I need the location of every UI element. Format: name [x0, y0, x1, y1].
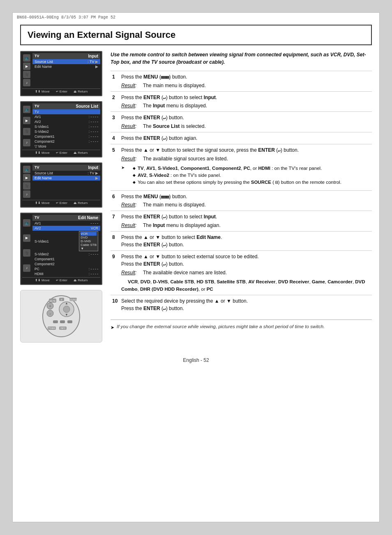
opt-dvhs: D-VHS — [81, 239, 97, 243]
step-4-row: 4 Press the ENTER (↵) button agian. — [111, 132, 372, 144]
tv-icon-2-3: 🎥 — [23, 128, 30, 135]
step-5-content: Press the ▲ or ▼ button to select the si… — [120, 144, 372, 191]
screen1-title: Input — [88, 54, 98, 58]
edit-dropdown: VCR DVD D-VHS Cable STB ▼ — [79, 231, 98, 251]
left-column: 📺 ▶ 🎥 ♪ TV Input Source List : TV ▶ — [20, 51, 102, 343]
step-7-result: Result: The Input menu is displayed agia… — [121, 222, 370, 229]
step-3-content: Press the ENTER (↵) button. Result: The … — [120, 112, 372, 132]
svg-rect-20 — [60, 320, 65, 323]
src-tv: TV — [32, 109, 100, 114]
en-av1: AV1- - - - — [32, 221, 100, 226]
tv-main-3: TV Input Source List : TV ▶ Edit Name ▶ — [32, 164, 100, 199]
step-8-content: Press the ▲ or ▼ button to select Edit N… — [120, 231, 372, 251]
print-header: BN68-00951A-00Eng 8/3/05 3:07 PM Page 52 — [13, 13, 379, 21]
tv-icons-4: 📺 ▶ 🎥 ♪ — [22, 215, 31, 276]
step-9-result: Result: The available device names are l… — [121, 269, 370, 276]
src-av2: AV2: - - - - — [32, 119, 100, 124]
note-text: If you change the external source while … — [117, 323, 325, 330]
opt-cable: Cable STB — [81, 243, 97, 247]
step-10-num: 10 — [111, 295, 120, 315]
step-4-num: 4 — [111, 132, 120, 144]
en-hdmi: HDMI: - - - - — [32, 271, 100, 276]
tv-icon-3-2: ▶ — [23, 174, 30, 181]
en-comp2: Component2 — [32, 262, 100, 266]
tv-sidebar-2: 📺 ▶ 🎥 ♪ TV Source List TV — [22, 103, 100, 149]
tv-sidebar-4: 📺 ▶ 🎥 ♪ TV Edit Name — [22, 215, 100, 276]
step-3-result: Result: The Source List is selected. — [121, 123, 370, 130]
tv-main-1: TV Input Source List : TV ▶ Edit Name ▶ — [32, 53, 100, 88]
tv-icon-2-4: ♪ — [23, 139, 30, 146]
tv-sidebar-1: 📺 ▶ 🎥 ♪ TV Input Source List : TV ▶ — [22, 53, 100, 88]
svg-text:▲: ▲ — [65, 301, 68, 305]
src-svid1: S-Video1: - - - - — [32, 124, 100, 129]
tv-icon-antenna: 📺 — [23, 54, 30, 62]
tv-header-4: TV Edit Name — [32, 215, 100, 221]
step-5-result: Result: The available signal sources are… — [121, 155, 370, 162]
content-area: 📺 ▶ 🎥 ♪ TV Input Source List : TV ▶ — [13, 51, 379, 343]
tv-icon-3-3: 🎥 — [23, 182, 30, 190]
bullet-3: You can also set these options simply by… — [134, 179, 341, 186]
step-6-row: 6 Press the MENU (▦▦▦) button. Result: T… — [111, 190, 372, 211]
step-8-row: 8 Press the ▲ or ▼ button to select Edit… — [111, 231, 372, 251]
svg-point-8 — [63, 306, 70, 313]
screen1-row-2: Edit Name ▶ — [32, 64, 100, 69]
note-arrow-icon — [111, 323, 114, 331]
en-comp1: Component1 — [32, 257, 100, 262]
device-list: VCR, DVD, D-VHS, Cable STB, HD STB, Sate… — [121, 278, 370, 293]
svg-text:INFO: INFO — [60, 327, 65, 329]
tv-icon-4-4: ♪ — [23, 264, 30, 272]
tv-icon-cam: 🎥 — [23, 71, 30, 78]
step-6-result: Result: The main menu is displayed. — [121, 201, 370, 208]
step-7-row: 7 Press the ENTER (↵) button to select I… — [111, 211, 372, 232]
screen3-title: Input — [88, 165, 98, 170]
steps-table: 1 Press the MENU (▦▦▦) button. Result: T… — [111, 71, 372, 315]
tv-label-1: TV — [35, 54, 39, 58]
step-10-row: 10 Select the required device by pressin… — [111, 295, 372, 315]
src-comp2: Component2: - - - - — [32, 139, 100, 144]
tv-icon-4-2: ▶ — [23, 234, 30, 242]
bullet-2: AV2, S-Video2 : on the TV's side panel. — [134, 172, 341, 179]
step-5-sub: TV, AV1, S-Video1, Component1, Component… — [121, 164, 370, 187]
step-9-content: Press the ▲ or ▼ button to select extern… — [120, 251, 372, 295]
en-pc: PC: - - - - — [32, 266, 100, 271]
step-1-result: Result: The main menu is displayed. — [121, 82, 370, 89]
tv-icon-3-1: 📺 — [23, 166, 30, 173]
tv-icon-dvd: ▶ — [23, 63, 30, 70]
screen3-row-2: Edit Name ▶ — [32, 176, 100, 181]
screen1-row-1: Source List : TV ▶ — [32, 59, 100, 64]
tv-screen-4: 📺 ▶ 🎥 ♪ TV Edit Name — [20, 213, 102, 285]
tv-label-2: TV — [35, 104, 39, 109]
step-9-num: 9 — [111, 251, 120, 295]
step-5-num: 5 — [111, 144, 120, 191]
svg-text:▼: ▼ — [65, 313, 68, 317]
tv-icon-2-1: 📺 — [23, 106, 30, 113]
svg-rect-19 — [53, 320, 58, 323]
screen4-title: Edit Name — [78, 215, 98, 220]
step-7-content: Press the ENTER (↵) button to select Inp… — [120, 211, 372, 232]
svg-text:+: + — [49, 305, 51, 308]
tv-icon-3-4: ♪ — [23, 190, 30, 198]
opt-vcr: VCR — [81, 232, 97, 236]
tv-footer-3: ⬆⬇ Move ↵ Enter ⏏ Return — [22, 200, 100, 206]
tv-label-3: TV — [35, 165, 39, 170]
src-more: ▽ More — [32, 144, 100, 149]
edit-name-list: AV1- - - - AV2VCR S-Video1 VCR DVD — [32, 221, 100, 276]
tv-icon-2-2: ▶ — [23, 117, 30, 124]
step-3-row: 3 Press the ENTER (↵) button. Result: Th… — [111, 112, 372, 132]
tv-screen-1: 📺 ▶ 🎥 ♪ TV Input Source List : TV ▶ — [20, 51, 102, 96]
en-svid1: S-Video1 VCR DVD D-VHS Cable STB ▼ — [32, 231, 100, 252]
svg-text:−: − — [49, 313, 51, 315]
tv-footer-4: ⬆⬇ Move ↵ Enter ⏏ Return — [22, 277, 100, 283]
svg-text:MUTE: MUTE — [50, 300, 56, 302]
step-2-row: 2 Press the ENTER (↵) button to select I… — [111, 91, 372, 112]
tv-main-4: TV Edit Name AV1- - - - AV2VCR — [32, 215, 100, 276]
screen2-title: Source List — [76, 104, 98, 109]
opt-down: ▼ — [81, 247, 97, 250]
step-8-num: 8 — [111, 231, 120, 251]
bullet-1: TV, AV1, S-Video1, Component1, Component… — [134, 165, 341, 172]
tv-icons-3: 📺 ▶ 🎥 ♪ — [22, 164, 31, 199]
tv-header-3: TV Input — [32, 164, 100, 171]
tv-screen-3: 📺 ▶ 🎥 ♪ TV Input Source List : TV ▶ — [20, 162, 102, 208]
note-box: If you change the external source while … — [111, 320, 372, 331]
step-1-content: Press the MENU (▦▦▦) button. Result: The… — [120, 71, 372, 92]
